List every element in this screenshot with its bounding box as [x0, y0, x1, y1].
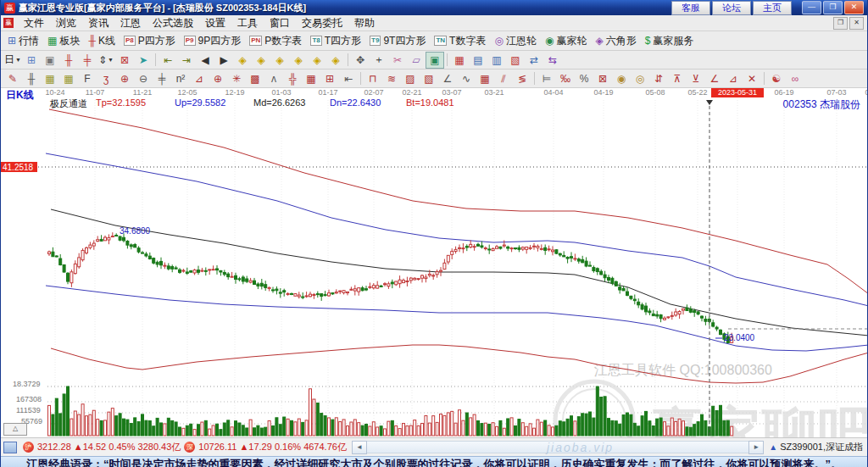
- updown-tool-icon[interactable]: ⇵: [649, 70, 668, 87]
- kline-style-icon-1[interactable]: ╫: [59, 52, 78, 69]
- shade-grid-tool-icon[interactable]: ▨: [401, 70, 420, 87]
- index-shortcut[interactable]: ▲ SZ399001,深证成指: [769, 441, 867, 453]
- menu-help[interactable]: 帮助: [348, 15, 381, 31]
- ray-fan-tool-icon[interactable]: ≋: [382, 70, 401, 87]
- winner-service-button[interactable]: $赢家服务: [641, 32, 698, 49]
- print-icon[interactable]: ▧: [506, 52, 525, 69]
- p-number-table-button[interactable]: PNP数字表: [245, 32, 306, 49]
- ratio-tool-icon[interactable]: ⊨: [537, 70, 556, 87]
- menu-file[interactable]: 文件: [18, 15, 50, 31]
- golden-circle-tool-icon[interactable]: ◉: [612, 70, 631, 87]
- hatch-tool-icon[interactable]: ⫽: [494, 70, 513, 87]
- quote-grid-icon[interactable]: [3, 442, 17, 453]
- t-square-button[interactable]: T8T四方形: [306, 32, 365, 49]
- remote-icon[interactable]: ⇆: [543, 52, 562, 69]
- zoom-out-x-icon[interactable]: ◈: [233, 52, 252, 69]
- sine-tool-icon[interactable]: ∿: [457, 70, 476, 87]
- table-grid-tool-icon[interactable]: ▦: [476, 70, 494, 87]
- hatch2-tool-icon[interactable]: ≶: [513, 70, 531, 87]
- menu-formula-picker[interactable]: 公式选股: [147, 15, 199, 31]
- next-bar-icon[interactable]: ▶: [214, 52, 233, 69]
- hand-tool-icon[interactable]: ✥: [351, 52, 370, 69]
- triangle-tool-icon[interactable]: ⊿: [724, 70, 743, 87]
- angle-down-tool-icon[interactable]: ⊻: [687, 70, 705, 87]
- quotes-button[interactable]: ⊞行情: [3, 32, 43, 49]
- sectors-button[interactable]: ▦板块: [43, 32, 84, 49]
- menu-settings[interactable]: 设置: [199, 15, 231, 31]
- expand-x-icon[interactable]: ◈: [270, 52, 289, 69]
- shenzhen-index-icon[interactable]: 深: [184, 442, 195, 453]
- minimize-button[interactable]: —: [802, 1, 821, 14]
- gann-circle-tool-icon[interactable]: ◎: [631, 70, 649, 87]
- cross-tool-icon[interactable]: ✕: [743, 70, 761, 87]
- horizontal-scrollbar[interactable]: ◄ ► jiaoba.vip: [352, 441, 764, 453]
- menu-tools[interactable]: 工具: [231, 15, 264, 31]
- menu-window[interactable]: 窗口: [264, 15, 296, 31]
- shade-grid2-tool-icon[interactable]: ▧: [420, 70, 438, 87]
- info-icon[interactable]: ▣: [41, 52, 59, 69]
- square-grid-tool-icon[interactable]: ▩: [246, 70, 264, 87]
- hash-tool-icon[interactable]: ╪: [153, 70, 171, 87]
- protractor-tool-icon[interactable]: ⊿: [190, 70, 209, 87]
- first-bar-icon[interactable]: ⇤: [159, 52, 177, 69]
- winner-wheel-button[interactable]: ◉赢家轮: [541, 32, 591, 49]
- zoom-in-x-icon[interactable]: ◈: [252, 52, 270, 69]
- angle-circle-tool-icon[interactable]: ⊕: [115, 70, 134, 87]
- nine-p-square-button[interactable]: P99P四方形: [180, 32, 245, 49]
- angle-up-tool-icon[interactable]: ⊼: [668, 70, 687, 87]
- permille-tool-icon[interactable]: ‰: [556, 70, 575, 87]
- customer-service-button[interactable]: 客服: [671, 1, 710, 15]
- calendar-icon[interactable]: ▦: [450, 52, 469, 69]
- shanghai-index-icon[interactable]: 沪: [23, 442, 34, 453]
- compass-tool-icon[interactable]: ⊖: [134, 70, 153, 87]
- fib-tool-icon[interactable]: F: [78, 70, 97, 87]
- menu-gann[interactable]: 江恩: [114, 15, 147, 31]
- scroll-left-button[interactable]: ◄: [352, 441, 367, 454]
- gann-line-tool-icon[interactable]: ╫: [22, 70, 41, 87]
- pane-expander-button[interactable]: △: [3, 423, 27, 436]
- red-grid-tool-icon[interactable]: ╬: [283, 70, 302, 87]
- indicator-window-icon[interactable]: ⊠: [115, 52, 134, 69]
- price-grid-tool-icon[interactable]: ▦: [59, 70, 78, 87]
- mdi-close-button[interactable]: ✕: [849, 17, 864, 30]
- percent-box-tool-icon[interactable]: ⊠: [593, 70, 612, 87]
- gann-wheel-button[interactable]: ◎江恩轮: [490, 32, 540, 49]
- expand-y-icon[interactable]: ◈: [308, 52, 326, 69]
- wave-tool-icon[interactable]: ʌ: [264, 70, 283, 87]
- restore-button[interactable]: ❐: [823, 1, 843, 14]
- chart-svg[interactable]: 赢家聊吧江恩工具软件 QQ:10080036034.680023.040041.…: [1, 88, 867, 437]
- close-button[interactable]: ✕: [844, 1, 864, 14]
- menu-trade[interactable]: 交易委托: [296, 15, 348, 31]
- pen-tool-icon[interactable]: ✎: [3, 70, 22, 87]
- matrix-tool-icon[interactable]: ⊞: [320, 70, 339, 87]
- hexagon-button[interactable]: ◈六角形: [591, 32, 640, 49]
- forum-button[interactable]: 论坛: [712, 1, 751, 15]
- box-select-tool-icon[interactable]: ⊓: [364, 70, 382, 87]
- crosshair-tool-icon[interactable]: ＋: [370, 52, 388, 69]
- scissors-icon[interactable]: ✂: [388, 52, 407, 69]
- infinity-icon[interactable]: ∞: [786, 70, 804, 87]
- calculator-icon[interactable]: ▤: [469, 52, 487, 69]
- eraser-icon[interactable]: ▱: [407, 52, 426, 69]
- spiral-tool-icon[interactable]: ʒ: [97, 70, 115, 87]
- percent-tool-icon[interactable]: %: [575, 70, 593, 87]
- p-square-button[interactable]: P8P四方形: [120, 32, 180, 49]
- t-number-table-button[interactable]: TNT数字表: [430, 32, 490, 49]
- mdi-restore-button[interactable]: ❐: [833, 17, 848, 30]
- period-selector[interactable]: 日▼: [3, 52, 22, 69]
- bar-style-dropdown[interactable]: ⇕▼: [97, 52, 115, 69]
- taiji-icon[interactable]: ☯: [767, 70, 786, 87]
- n-square-tool-icon[interactable]: n²: [171, 70, 190, 87]
- flag-icon[interactable]: ➤: [134, 52, 153, 69]
- prev-bar-icon[interactable]: ◀: [196, 52, 214, 69]
- time-grid-tool-icon[interactable]: ▦: [41, 70, 59, 87]
- save-icon[interactable]: ▥: [487, 52, 506, 69]
- window-grid-icon[interactable]: ⊞: [22, 52, 41, 69]
- trend-angle-tool-icon[interactable]: ∠: [705, 70, 724, 87]
- gann-fan-tool-icon[interactable]: ⊕: [209, 70, 227, 87]
- menu-browse[interactable]: 浏览: [50, 15, 82, 31]
- kline-style-icon-2[interactable]: ╪: [78, 52, 97, 69]
- nine-t-square-button[interactable]: T99T四方形: [365, 32, 430, 49]
- compress-x-icon[interactable]: ◈: [289, 52, 308, 69]
- angle-tool-icon[interactable]: ∠: [438, 70, 457, 87]
